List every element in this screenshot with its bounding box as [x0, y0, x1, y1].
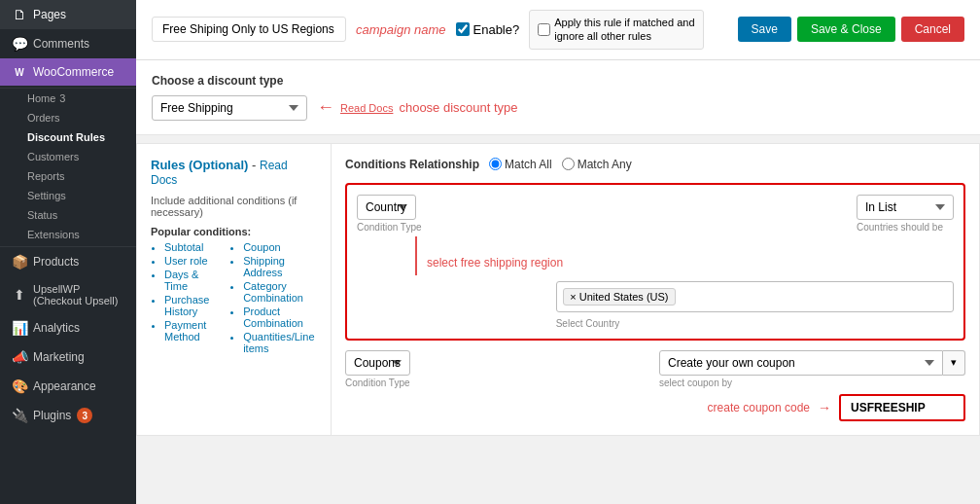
popular-days-time[interactable]: Days & Time	[164, 269, 220, 292]
analytics-icon: 📊	[12, 320, 27, 336]
us-tag-text: × United States (US)	[570, 291, 668, 303]
radio-group: Match All Match Any	[489, 158, 632, 171]
sidebar-label-home: Home	[27, 92, 55, 104]
discount-row: Free Shipping ← Read Docs choose discoun…	[152, 95, 964, 121]
select-country-label: Select Country	[556, 318, 954, 329]
match-all-radio[interactable]	[489, 158, 502, 170]
sidebar-item-woocommerce[interactable]: W WooCommerce	[0, 58, 136, 86]
country-condition-select[interactable]: Country	[357, 195, 416, 220]
sidebar-label-analytics: Analytics	[33, 321, 80, 335]
sidebar-item-comments[interactable]: 💬 Comments	[0, 29, 136, 58]
condition-row-country: Country Condition Type In List Countries…	[357, 195, 954, 233]
condition-box-country: Country Condition Type In List Countries…	[345, 183, 965, 341]
sidebar-item-status[interactable]: Status	[0, 205, 136, 225]
match-any-radio[interactable]	[562, 158, 575, 170]
coupons-condition-select[interactable]: Coupons	[345, 350, 410, 376]
match-all-radio-label[interactable]: Match All	[489, 158, 552, 171]
arrow-right-icon: →	[818, 400, 831, 415]
sidebar-label-comments: Comments	[33, 37, 89, 51]
sidebar-item-upsellwp[interactable]: ⬆ UpsellWP(Checkout Upsell)	[0, 276, 136, 313]
country-search-input[interactable]	[680, 290, 947, 304]
in-list-col: In List Countries should be	[857, 195, 954, 233]
popular-subtotal[interactable]: Subtotal	[164, 241, 220, 253]
sidebar-item-reports[interactable]: Reports	[0, 166, 136, 186]
sidebar-label-plugins: Plugins	[33, 409, 71, 422]
sidebar-item-extensions[interactable]: Extensions	[0, 225, 136, 244]
sidebar-label-reports: Reports	[27, 170, 65, 182]
create-coupon-annotation-text: create coupon code	[708, 401, 810, 414]
save-button[interactable]: Save	[738, 17, 791, 42]
region-annotation-text: select free shipping region	[427, 256, 563, 270]
sidebar-item-settings[interactable]: Settings	[0, 186, 136, 205]
marketing-icon: 📣	[12, 349, 27, 365]
in-list-select[interactable]: In List	[857, 195, 954, 220]
sidebar-item-home[interactable]: Home 3	[0, 89, 136, 108]
discount-type-select[interactable]: Free Shipping	[152, 95, 307, 121]
create-coupon-select[interactable]: Create your own coupon	[659, 350, 943, 376]
sidebar-label-appearance: Appearance	[33, 379, 96, 393]
arrow-up-area	[415, 236, 417, 275]
match-any-radio-label[interactable]: Match Any	[562, 158, 632, 171]
sidebar-item-appearance[interactable]: 🎨 Appearance	[0, 372, 136, 401]
cancel-button[interactable]: Cancel	[901, 17, 964, 42]
country-input-row: × United States (US)	[357, 281, 954, 312]
discount-section: Choose a discount type Free Shipping ← R…	[136, 60, 980, 135]
sidebar-label-settings: Settings	[27, 190, 66, 201]
popular-product-combination[interactable]: Product Combination	[243, 306, 317, 329]
sidebar-label-extensions: Extensions	[27, 229, 80, 240]
arrow-left-icon: ←	[317, 97, 334, 118]
enable-checkbox[interactable]	[456, 22, 470, 36]
save-close-button[interactable]: Save & Close	[797, 17, 895, 42]
create-coupon-row: Create your own coupon ▾	[659, 350, 965, 376]
popular-coupon[interactable]: Coupon	[243, 241, 317, 253]
popular-payment-method[interactable]: Payment Method	[164, 319, 220, 342]
woo-icon: W	[12, 66, 27, 79]
select-coupon-by-label: select coupon by	[659, 378, 965, 388]
popular-purchase-history[interactable]: Purchase History	[164, 294, 220, 317]
popular-category-combination[interactable]: Category Combination	[243, 280, 317, 304]
popular-user-role[interactable]: User role	[164, 255, 220, 267]
toolbar: campaign name Enable? Apply this rule if…	[136, 0, 980, 60]
sidebar-item-orders[interactable]: Orders	[0, 108, 136, 127]
popular-quantities[interactable]: Quantities/Line items	[243, 331, 317, 354]
match-all-label: Match All	[505, 158, 552, 171]
conditions-relationship-label: Conditions Relationship	[345, 158, 479, 171]
match-any-label: Match Any	[578, 158, 632, 171]
sidebar-item-products[interactable]: 📦 Products	[0, 247, 136, 276]
choose-discount-annotation-text: choose discount type	[399, 100, 517, 115]
popular-grid: Subtotal User role Days & Time Purchase …	[151, 241, 317, 354]
enable-label: Enable?	[473, 22, 520, 37]
conditions-header: Conditions Relationship Match All Match …	[345, 158, 965, 171]
usfreeship-input[interactable]	[839, 394, 965, 421]
coupons-type-col: Coupons Condition Type	[345, 350, 651, 388]
sidebar-item-marketing[interactable]: 📣 Marketing	[0, 342, 136, 372]
sidebar-item-customers[interactable]: Customers	[0, 147, 136, 166]
region-annotation-area: select free shipping region	[357, 236, 954, 275]
country-tags-wrapper[interactable]: × United States (US)	[556, 281, 954, 312]
sidebar-label-pages: Pages	[33, 8, 66, 21]
popular-shipping-address[interactable]: Shipping Address	[243, 255, 317, 278]
rules-title: Rules (Optional)	[151, 158, 248, 172]
sidebar-item-discount-rules[interactable]: Discount Rules	[0, 127, 136, 147]
campaign-name-input[interactable]	[152, 17, 346, 42]
coupon-annotation-row: create coupon code →	[345, 394, 965, 421]
condition-type-col: Country Condition Type	[357, 195, 849, 233]
rules-dash: -	[252, 158, 260, 172]
create-coupon-dropdown-btn[interactable]: ▾	[943, 350, 965, 376]
sidebar-item-analytics[interactable]: 📊 Analytics	[0, 313, 136, 342]
us-country-tag[interactable]: × United States (US)	[563, 288, 675, 306]
sidebar-label-upsellwp: UpsellWP(Checkout Upsell)	[33, 283, 118, 306]
plugins-icon: 🔌	[12, 408, 27, 423]
campaign-placeholder-label: campaign name	[356, 22, 446, 37]
rules-left: Rules (Optional) - Read Docs Include add…	[137, 144, 332, 435]
apply-rule-checkbox[interactable]	[538, 23, 550, 36]
products-icon: 📦	[12, 254, 27, 270]
comments-icon: 💬	[12, 36, 27, 52]
create-coupon-col: Create your own coupon ▾ select coupon b…	[659, 350, 965, 388]
pages-icon: 🗋	[12, 7, 27, 22]
select-country-label-row: Select Country	[357, 316, 954, 329]
sidebar-item-plugins[interactable]: 🔌 Plugins 3	[0, 401, 136, 430]
apply-rule-text: Apply this rule if matched and ignore al…	[554, 16, 695, 44]
read-docs-link[interactable]: Read Docs	[340, 102, 393, 114]
sidebar-item-pages[interactable]: 🗋 Pages	[0, 0, 136, 29]
